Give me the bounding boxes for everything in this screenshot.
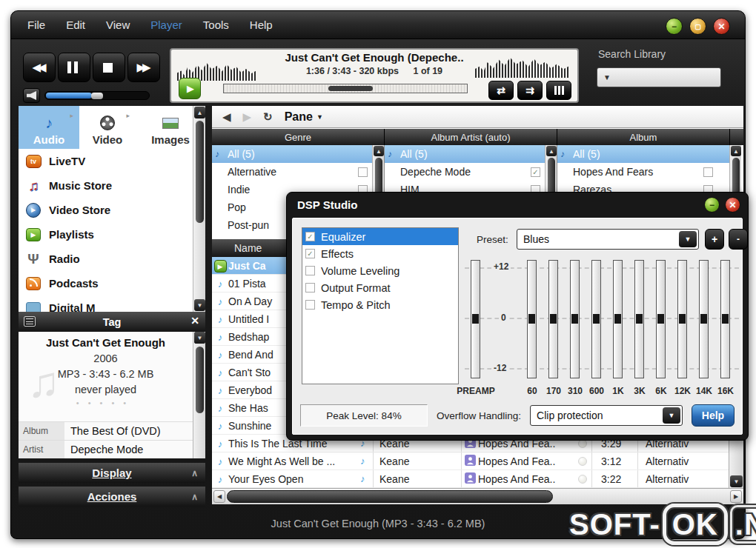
preset-select[interactable]: Blues ▼: [517, 229, 699, 250]
tab-audio[interactable]: ▸ ♪ Audio: [19, 106, 79, 149]
refresh-icon[interactable]: ↻: [263, 110, 273, 124]
module-checkbox[interactable]: [305, 266, 315, 275]
scroll-left-icon[interactable]: ◀: [213, 490, 225, 503]
minimize-button[interactable]: −: [704, 197, 720, 213]
menu-file[interactable]: File: [27, 19, 45, 31]
shuffle-button[interactable]: ⇄: [488, 81, 514, 100]
menu-help[interactable]: Help: [250, 19, 273, 31]
dsp-module-row[interactable]: Volume Leveling: [302, 262, 458, 279]
pane-row[interactable]: Alternative: [212, 163, 384, 181]
eq-band-slider[interactable]: 12K: [677, 260, 687, 378]
close-button[interactable]: ✕: [725, 197, 740, 213]
preset-remove-button[interactable]: -: [729, 229, 748, 250]
display-section-header[interactable]: Display ∧: [19, 463, 205, 483]
previous-button[interactable]: ◀◀: [23, 53, 56, 82]
eq-band-slider[interactable]: 3K: [634, 260, 644, 378]
slider-thumb[interactable]: [472, 314, 479, 324]
eq-band-slider[interactable]: 60: [527, 260, 537, 378]
scroll-down-icon[interactable]: ▼: [194, 332, 205, 344]
volume-slider[interactable]: [44, 91, 150, 100]
pane-row[interactable]: Hopes And Fears: [557, 163, 729, 181]
track-row[interactable]: ♪ We Might As Well be ... ♪ Keane Hopes …: [212, 452, 743, 470]
chevron-down-icon[interactable]: ▼: [679, 231, 697, 247]
dsp-module-row[interactable]: ✓ Effects: [302, 245, 458, 262]
search-dropdown-icon[interactable]: ▼: [603, 73, 611, 81]
eq-band-slider[interactable]: 1K: [613, 260, 623, 378]
speaker-icon[interactable]: [23, 88, 40, 103]
menu-player[interactable]: Player: [150, 19, 182, 31]
slider-thumb[interactable]: [657, 314, 664, 324]
row-checkbox[interactable]: [703, 167, 713, 177]
playlist-mode-button[interactable]: [546, 81, 571, 100]
slider-thumb[interactable]: [700, 314, 707, 324]
eq-band-slider[interactable]: 14K: [699, 260, 709, 378]
volume-thumb[interactable]: [91, 93, 103, 99]
repeat-button[interactable]: ⇉: [517, 81, 543, 100]
dsp-module-row[interactable]: ✓ Equalizer: [302, 228, 458, 245]
tag-field-value[interactable]: The Best Of (DVD): [64, 422, 193, 440]
module-checkbox[interactable]: [305, 300, 315, 310]
list-icon[interactable]: [24, 316, 36, 327]
scroll-down-icon[interactable]: ▼: [194, 299, 205, 311]
menu-view[interactable]: View: [106, 19, 130, 31]
slider-thumb[interactable]: [679, 314, 686, 324]
column-header-album-artist[interactable]: Album Artist (auto): [385, 129, 557, 145]
pane-row[interactable]: ♪ All (5): [212, 145, 384, 163]
sidebar-item[interactable]: Podcasts ▸: [19, 271, 205, 295]
overflow-handling-select[interactable]: Clip protection ▼: [530, 405, 683, 426]
scroll-up-icon[interactable]: ▲: [374, 146, 384, 156]
dsp-module-row[interactable]: Tempo & Pitch: [302, 296, 458, 313]
module-checkbox[interactable]: ✓: [305, 249, 315, 258]
sidebar-item[interactable]: ♫ Music Store: [19, 173, 205, 198]
slider-thumb[interactable]: [528, 314, 535, 324]
pane-dropdown[interactable]: Pane ▼: [285, 110, 323, 124]
forward-icon[interactable]: ▶: [243, 110, 252, 124]
eq-band-slider[interactable]: 600: [591, 260, 601, 378]
scroll-up-icon[interactable]: ▲: [546, 146, 557, 156]
next-button[interactable]: ▶▶: [127, 53, 160, 82]
menu-edit[interactable]: Edit: [66, 19, 85, 31]
rating-stars[interactable]: •••••: [19, 398, 193, 407]
slider-thumb[interactable]: [571, 314, 578, 324]
slider-thumb[interactable]: [722, 314, 729, 324]
scroll-up-icon[interactable]: ▲: [731, 146, 741, 156]
scrollbar-thumb[interactable]: [196, 121, 204, 223]
eq-band-slider[interactable]: 170: [548, 260, 558, 378]
eq-band-slider[interactable]: 310: [570, 260, 580, 378]
tab-video[interactable]: ▸ Video: [79, 106, 136, 149]
acciones-section-header[interactable]: Acciones ∧: [19, 487, 205, 507]
sidebar-item[interactable]: ▶ Video Store: [19, 198, 205, 222]
slider-thumb[interactable]: [636, 314, 643, 324]
sidebar-item[interactable]: Digital M: [19, 295, 205, 312]
column-header-genre[interactable]: Genre: [212, 129, 385, 145]
eq-band-slider[interactable]: 16K: [720, 260, 730, 378]
seek-bar[interactable]: [223, 84, 468, 93]
menu-tools[interactable]: Tools: [203, 19, 229, 31]
slider-thumb[interactable]: [614, 314, 621, 324]
chevron-up-icon[interactable]: ∧: [191, 492, 198, 502]
chevron-up-icon[interactable]: ∧: [191, 468, 198, 478]
scroll-up-icon[interactable]: ▲: [194, 107, 205, 118]
close-icon[interactable]: ✕: [190, 315, 199, 327]
search-input[interactable]: ▼: [597, 67, 721, 87]
pane-row[interactable]: Depeche Mode ✓: [385, 163, 557, 181]
preset-add-button[interactable]: +: [705, 229, 724, 250]
tag-field-value[interactable]: Depeche Mode: [64, 441, 193, 458]
stop-button[interactable]: [93, 53, 125, 82]
name-column-header[interactable]: Name: [234, 242, 262, 254]
tracklist-horizontal-scrollbar[interactable]: ◀ ▶: [212, 488, 743, 504]
back-icon[interactable]: ◀: [222, 110, 231, 124]
minimize-button[interactable]: −: [666, 18, 683, 35]
pause-button[interactable]: [58, 53, 90, 82]
dsp-module-row[interactable]: Output Format: [302, 279, 458, 296]
scrollbar-thumb[interactable]: [196, 347, 204, 413]
eq-band-slider[interactable]: PREAMP: [471, 260, 480, 378]
sidebar-scrollbar[interactable]: ▲ ▼: [193, 106, 205, 312]
row-checkbox[interactable]: ✓: [531, 167, 540, 177]
pane-row[interactable]: ♪ All (5): [385, 145, 557, 163]
scrollbar-thumb[interactable]: [227, 490, 553, 503]
scroll-right-icon[interactable]: ▶: [730, 490, 742, 503]
maximize-button[interactable]: ▢: [689, 18, 706, 35]
help-button[interactable]: Help: [692, 404, 735, 427]
column-header-album[interactable]: Album: [557, 129, 730, 145]
